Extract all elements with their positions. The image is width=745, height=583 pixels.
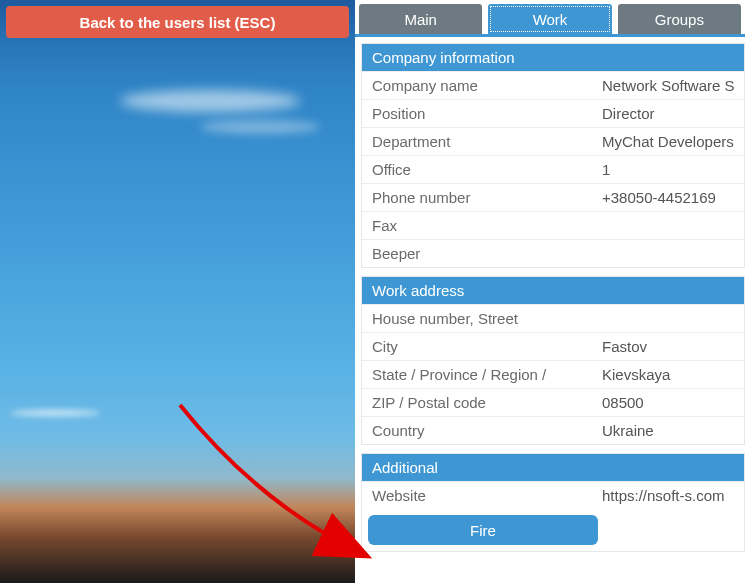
field-label: Office bbox=[362, 156, 592, 183]
row-position[interactable]: PositionDirector bbox=[362, 99, 744, 127]
tab-main[interactable]: Main bbox=[359, 4, 482, 34]
field-label: Company name bbox=[362, 72, 592, 99]
field-label: Beeper bbox=[362, 240, 592, 267]
field-value: +38050-4452169 bbox=[592, 184, 744, 211]
field-label: Website bbox=[362, 482, 592, 509]
tab-groups[interactable]: Groups bbox=[618, 4, 741, 34]
field-value: Ukraine bbox=[592, 417, 744, 444]
field-value: 1 bbox=[592, 156, 744, 183]
field-value: Network Software S bbox=[592, 72, 744, 99]
field-label: ZIP / Postal code bbox=[362, 389, 592, 416]
field-label: Phone number bbox=[362, 184, 592, 211]
row-zip[interactable]: ZIP / Postal code08500 bbox=[362, 388, 744, 416]
decorative-cloud bbox=[200, 120, 320, 134]
row-office[interactable]: Office1 bbox=[362, 155, 744, 183]
row-phone-number[interactable]: Phone number+38050-4452169 bbox=[362, 183, 744, 211]
decorative-cloud bbox=[120, 90, 300, 112]
row-beeper[interactable]: Beeper bbox=[362, 239, 744, 267]
row-website[interactable]: Websitehttps://nsoft-s.com bbox=[362, 481, 744, 509]
back-to-users-button[interactable]: Back to the users list (ESC) bbox=[6, 6, 349, 38]
field-value: https://nsoft-s.com bbox=[592, 482, 744, 509]
section-header: Additional bbox=[362, 454, 744, 481]
row-department[interactable]: DepartmentMyChat Developers bbox=[362, 127, 744, 155]
field-label: City bbox=[362, 333, 592, 360]
section-company-information: Company information Company nameNetwork … bbox=[361, 43, 745, 268]
fire-button-row: Fire bbox=[362, 509, 744, 551]
decorative-cloud bbox=[10, 410, 100, 416]
field-value: Director bbox=[592, 100, 744, 127]
field-label: Position bbox=[362, 100, 592, 127]
fire-button[interactable]: Fire bbox=[368, 515, 598, 545]
details-panel: Main Work Groups Company information Com… bbox=[355, 0, 745, 583]
section-additional: Additional Websitehttps://nsoft-s.com Fi… bbox=[361, 453, 745, 552]
row-company-name[interactable]: Company nameNetwork Software S bbox=[362, 71, 744, 99]
field-value: Kievskaya bbox=[592, 361, 744, 388]
field-value bbox=[592, 305, 744, 332]
tab-content: Company information Company nameNetwork … bbox=[355, 37, 745, 583]
field-value bbox=[592, 212, 744, 239]
field-value: Fastov bbox=[592, 333, 744, 360]
field-value: MyChat Developers bbox=[592, 128, 744, 155]
section-header: Work address bbox=[362, 277, 744, 304]
row-country[interactable]: CountryUkraine bbox=[362, 416, 744, 444]
row-fax[interactable]: Fax bbox=[362, 211, 744, 239]
field-value: 08500 bbox=[592, 389, 744, 416]
field-label: Country bbox=[362, 417, 592, 444]
field-label: House number, Street bbox=[362, 305, 592, 332]
row-house-street[interactable]: House number, Street bbox=[362, 304, 744, 332]
tabs-bar: Main Work Groups bbox=[355, 0, 745, 34]
row-city[interactable]: CityFastov bbox=[362, 332, 744, 360]
field-label: Fax bbox=[362, 212, 592, 239]
user-photo-panel: Back to the users list (ESC) bbox=[0, 0, 355, 583]
tab-work[interactable]: Work bbox=[488, 4, 611, 34]
row-state[interactable]: State / Province / Region /Kievskaya bbox=[362, 360, 744, 388]
section-header: Company information bbox=[362, 44, 744, 71]
field-value bbox=[592, 240, 744, 267]
section-work-address: Work address House number, Street CityFa… bbox=[361, 276, 745, 445]
field-label: Department bbox=[362, 128, 592, 155]
field-label: State / Province / Region / bbox=[362, 361, 592, 388]
